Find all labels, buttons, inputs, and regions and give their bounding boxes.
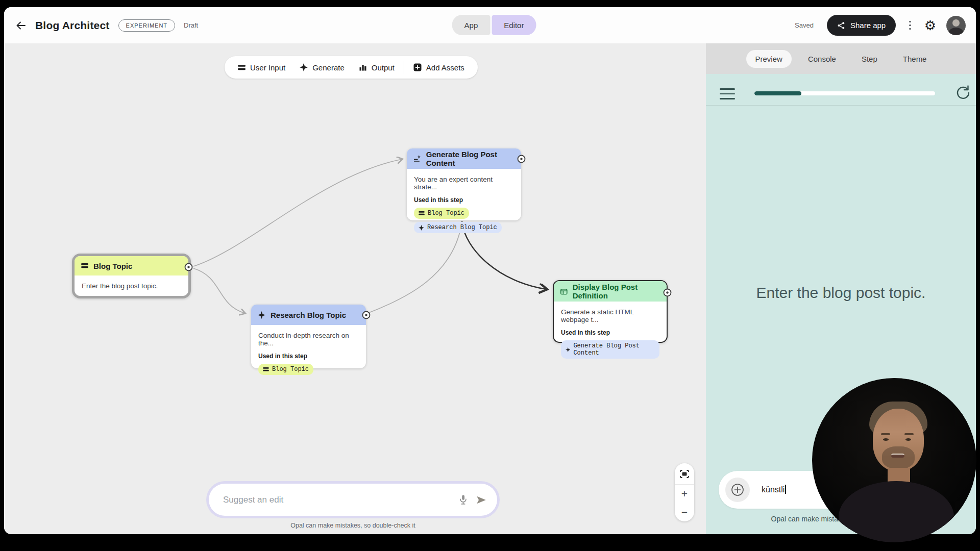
toolbar-divider [404,61,404,74]
chip-label: Research Blog Topic [427,224,497,231]
chip-label: Generate Blog Post Content [573,342,655,357]
experiment-badge: EXPERIMENT [118,19,176,32]
app-header: Blog Architect EXPERIMENT Draft App Edit… [4,7,976,43]
workflow-canvas[interactable]: User Input Generate Output Add Assets Bl… [4,43,706,534]
share-icon [837,21,845,30]
restart-icon[interactable] [954,84,972,102]
node-title: Generate Blog Post Content [426,150,514,167]
output-port-icon[interactable] [362,311,371,319]
node-title: Display Blog Post Definition [573,283,660,300]
tab-step[interactable]: Step [852,50,887,68]
node-title: Research Blog Topic [271,311,346,319]
node-description: Enter the blog post topic. [82,282,181,290]
toolbar-generate-label: Generate [312,63,345,72]
node-description: You are an expert content strate... [414,176,514,191]
input-chip[interactable]: Research Blog Topic [414,222,502,233]
user-input-icon [238,64,246,71]
node-description: Generate a static HTML webpage t... [561,308,659,323]
toggle-editor[interactable]: Editor [492,15,536,35]
sparkle-icon [419,225,424,231]
zoom-out-button[interactable]: − [675,503,694,521]
toolbar-add-assets-label: Add Assets [426,63,464,72]
back-button[interactable] [15,20,27,31]
used-in-step-label: Used in this step [258,353,359,360]
tab-console[interactable]: Console [799,50,845,68]
toolbar-user-input[interactable]: User Input [231,56,292,79]
canvas-zoom-controls: + − [675,463,694,521]
output-port-icon[interactable] [663,288,672,297]
node-generate-blog-post-content[interactable]: Generate Blog Post Content You are an ex… [407,148,521,220]
saved-status: Saved [795,21,814,29]
arrow-left-icon [15,20,27,31]
preview-input-value: künstli [762,485,785,494]
user-input-icon [419,211,425,216]
menu-icon[interactable] [720,88,735,99]
share-label: Share app [850,21,886,30]
node-research-blog-topic[interactable]: Research Blog Topic Conduct in-depth res… [251,305,366,368]
used-in-step-label: Used in this step [561,329,659,336]
progress-fill [754,91,801,95]
webcam-overlay [812,378,976,542]
settings-gear-icon[interactable]: ⚙ [924,19,936,32]
tab-theme[interactable]: Theme [894,50,936,68]
output-port-icon[interactable] [184,263,193,271]
canvas-disclaimer: Opal can make mistakes, so double-check … [206,522,500,529]
microphone-icon[interactable] [458,494,469,505]
toolbar-add-assets[interactable]: Add Assets [406,56,472,79]
used-in-step-label: Used in this step [414,196,514,204]
suggest-edit-bar [206,481,500,518]
user-input-icon [81,263,88,269]
toolbar-output-label: Output [372,63,395,72]
input-chip[interactable]: Blog Topic [258,364,313,375]
node-description: Conduct in-depth research on the... [258,332,359,347]
send-icon[interactable] [476,495,487,505]
draft-status: Draft [184,21,198,29]
node-blog-topic[interactable]: Blog Topic Enter the blog post topic. [72,254,191,298]
panel-divider [706,105,976,106]
view-toggle: App Editor [452,15,536,35]
toolbar-user-input-label: User Input [250,63,285,72]
toggle-app[interactable]: App [452,15,491,35]
share-app-button[interactable]: Share app [827,15,896,36]
chip-label: Blog Topic [272,366,309,373]
text-caret [785,485,786,494]
webpage-icon [560,288,568,295]
user-avatar[interactable] [946,16,966,35]
fit-view-icon [679,469,690,479]
user-input-icon [263,367,269,372]
tab-preview[interactable]: Preview [746,50,792,68]
bar-chart-icon [359,63,367,71]
sparkle-icon [258,311,265,319]
add-attachment-button[interactable] [725,478,750,502]
suggest-edit-input[interactable] [223,495,451,505]
generated-text-icon [413,155,421,163]
plus-circle-icon [731,483,744,496]
node-title: Blog Topic [93,262,132,270]
progress-bar [754,91,935,95]
panel-tabbar: Preview Console Step Theme [706,43,976,74]
fit-view-button[interactable] [675,463,694,485]
chip-label: Blog Topic [428,210,464,217]
toolbar-output[interactable]: Output [352,56,402,79]
more-options-icon[interactable] [906,18,914,33]
preview-prompt-text: Enter the blog post topic. [706,284,976,302]
sparkle-icon [566,347,570,353]
input-chip[interactable]: Blog Topic [414,208,469,219]
node-toolbar: User Input Generate Output Add Assets [225,56,478,79]
toolbar-generate[interactable]: Generate [292,56,352,79]
zoom-in-button[interactable]: + [675,485,694,503]
page-title: Blog Architect [35,19,110,32]
add-assets-icon [413,63,422,71]
input-chip[interactable]: Generate Blog Post Content [561,340,659,359]
sparkle-icon [300,63,308,71]
node-display-blog-post-definition[interactable]: Display Blog Post Definition Generate a … [553,280,668,343]
output-port-icon[interactable] [517,155,526,163]
